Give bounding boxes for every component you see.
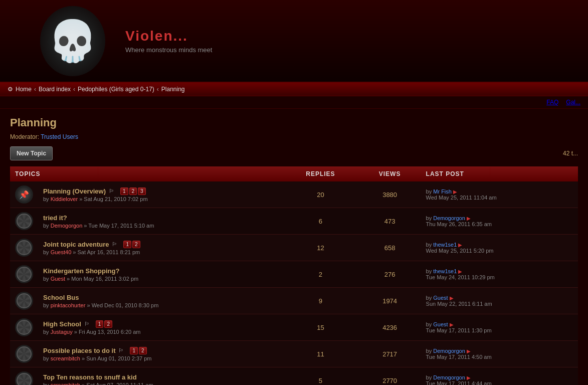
topic-info-cell: Joint topic adventure🏳12by Guest40 » Sat… — [38, 235, 282, 261]
breadcrumb-sep-1: ‹ — [34, 86, 36, 93]
topic-meta: by Demogorgon » Tue May 17, 2011 5:10 am — [43, 223, 277, 229]
breadcrumb-category[interactable]: Pedophiles (Girls aged 0-17) — [78, 86, 154, 93]
header-skull-image: 💀 — [40, 6, 105, 76]
topic-author-link[interactable]: Guest — [51, 276, 65, 282]
gallery-link[interactable]: Gal... — [566, 99, 580, 106]
topic-views: 4236 — [359, 314, 421, 341]
topic-meta: by screambitch » Sun Aug 01, 2010 2:37 p… — [43, 355, 277, 361]
topic-info-cell: School Busby pinktacohurter » Wed Dec 01… — [38, 288, 282, 314]
topic-replies: 15 — [282, 314, 358, 341]
topic-last-post: by Demogorgon ▶Tue May 17, 2011 4:50 am — [421, 341, 578, 367]
topic-author-link[interactable]: pinktacohurter — [51, 302, 86, 308]
topic-title-link[interactable]: Planning (Overview) — [43, 187, 106, 195]
header: 💀 Violen... Where monstrous minds meet — [0, 0, 588, 83]
page-badge[interactable]: 2 — [132, 241, 140, 248]
topic-views: 658 — [359, 235, 421, 261]
last-post-arrow: ▶ — [467, 375, 471, 380]
page-badge[interactable]: 1 — [96, 320, 104, 328]
topic-title-link[interactable]: Top Ten reasons to snuff a kid — [43, 373, 137, 381]
topic-views: 473 — [359, 208, 421, 235]
topic-views: 2770 — [359, 367, 421, 386]
last-post-author-link[interactable]: Guest — [433, 321, 448, 327]
views-header: VIEWS — [359, 166, 421, 181]
topic-meta: by Justaguy » Fri Aug 13, 2010 6:20 am — [43, 329, 277, 335]
last-post-author-link[interactable]: Guest — [433, 295, 448, 301]
topic-views: 2717 — [359, 341, 421, 367]
replies-header: REPLIES — [282, 166, 358, 181]
moderator-label: Moderator: — [10, 133, 39, 140]
topic-icon-cell — [10, 208, 38, 235]
topic-last-post: by Guest ▶Tue May 17, 2011 1:30 pm — [421, 314, 578, 341]
page-badge[interactable]: 3 — [138, 187, 146, 195]
topic-replies: 20 — [282, 181, 358, 208]
topic-author-link[interactable]: Demogorgon — [51, 223, 83, 229]
new-topic-button[interactable]: New Topic — [10, 146, 53, 160]
last-post-date: Tue May 24, 2011 10:29 pm — [426, 274, 495, 280]
last-post-author-link[interactable]: thew1se1 — [433, 268, 457, 274]
topic-icon — [15, 265, 33, 283]
last-post-arrow: ▶ — [453, 189, 457, 195]
page-badges: 123 — [120, 187, 146, 195]
last-post-date: Wed May 25, 2011 5:20 pm — [426, 248, 494, 254]
breadcrumb-board-index[interactable]: Board index — [39, 86, 71, 93]
last-post-author-link[interactable]: Demogorgon — [433, 215, 465, 221]
page-badge[interactable]: 1 — [123, 241, 131, 248]
topic-icon-cell — [10, 367, 38, 386]
table-row: tried it?by Demogorgon » Tue May 17, 201… — [10, 208, 578, 235]
last-post-header: LAST POST — [421, 166, 578, 181]
page-badge[interactable]: 2 — [139, 347, 147, 354]
topic-meta: by screambitch » Sat Aug 07, 2010 11:11 … — [43, 382, 277, 386]
gear-icon — [17, 214, 32, 229]
topic-title-link[interactable]: Possible places to do it — [43, 347, 115, 354]
last-post-author-link[interactable]: thew1se1 — [433, 242, 457, 248]
topic-title-link[interactable]: School Bus — [43, 294, 79, 301]
faq-link[interactable]: FAQ — [546, 99, 558, 106]
topic-last-post: by Guest ▶Sun May 22, 2011 6:11 am — [421, 288, 578, 314]
page-badges: 12 — [96, 320, 112, 328]
table-row: Possible places to do it🏳12by screambitc… — [10, 341, 578, 367]
topic-flag-icon: 🏳 — [112, 241, 117, 247]
site-title: Violen... — [125, 28, 212, 44]
gear-icon — [17, 267, 32, 282]
topic-author-link[interactable]: Kiddielover — [51, 196, 78, 202]
last-post-arrow: ▶ — [450, 295, 454, 301]
last-post-date: Thu May 26, 2011 6:35 am — [426, 221, 492, 227]
topic-icon-cell — [10, 261, 38, 288]
last-post-date: Tue May 17, 2011 4:44 am — [426, 380, 492, 385]
topic-author-link[interactable]: screambitch — [51, 355, 80, 361]
main-content: Planning Moderator: Trusted Users New To… — [0, 109, 588, 385]
topic-flag-icon: 🏳 — [109, 188, 114, 194]
topic-author-link[interactable]: screambitch — [51, 382, 80, 386]
toolbar: New Topic 42 t... — [10, 146, 578, 160]
topic-title-link[interactable]: High School — [43, 320, 81, 328]
topic-info-cell: Possible places to do it🏳12by screambitc… — [38, 341, 282, 367]
page-badge[interactable]: 1 — [130, 347, 138, 354]
topic-replies: 6 — [282, 208, 358, 235]
moderator-user-link[interactable]: Trusted Users — [41, 133, 78, 140]
topic-title-link[interactable]: Joint topic adventure — [43, 241, 109, 248]
top-nav-right: FAQ Gal... — [0, 96, 588, 109]
last-post-author-link[interactable]: Mr Fish — [433, 188, 452, 195]
topic-title-link[interactable]: tried it? — [43, 214, 67, 222]
pinned-icon: 📌 — [19, 190, 29, 200]
last-post-author-link[interactable]: Demogorgon — [433, 374, 465, 380]
page-badge[interactable]: 2 — [129, 187, 137, 195]
topic-info-cell: Planning (Overview)🏳123by Kiddielover » … — [38, 181, 282, 208]
topic-info-cell: Top Ten reasons to snuff a kidby screamb… — [38, 367, 282, 386]
topic-last-post: by thew1se1 ▶Wed May 25, 2011 5:20 pm — [421, 235, 578, 261]
page-count: 42 t... — [563, 150, 578, 157]
page-badge[interactable]: 1 — [120, 187, 128, 195]
topic-replies: 2 — [282, 261, 358, 288]
topic-last-post: by Demogorgon ▶Thu May 26, 2011 6:35 am — [421, 208, 578, 235]
topic-icon-cell — [10, 314, 38, 341]
table-row: 📌Planning (Overview)🏳123by Kiddielover »… — [10, 181, 578, 208]
last-post-author-link[interactable]: Demogorgon — [433, 348, 465, 354]
topic-author-link[interactable]: Justaguy — [51, 329, 73, 335]
topic-title-link[interactable]: Kindergarten Shopping? — [43, 267, 119, 275]
topic-info-cell: Kindergarten Shopping?by Guest » Mon May… — [38, 261, 282, 288]
page-badge[interactable]: 2 — [104, 320, 112, 328]
topic-author-link[interactable]: Guest40 — [51, 249, 72, 255]
topic-replies: 11 — [282, 341, 358, 367]
breadcrumb-home[interactable]: Home — [16, 86, 32, 93]
topic-meta: by Guest » Mon May 16, 2011 3:02 pm — [43, 276, 277, 282]
